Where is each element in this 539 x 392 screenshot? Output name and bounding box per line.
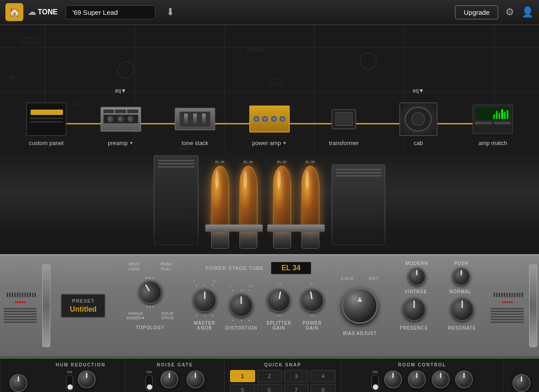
push-label: PUSH <box>454 261 468 266</box>
threshold-knob[interactable] <box>160 370 178 388</box>
snap-btn-5[interactable]: 5 <box>230 384 255 392</box>
decay-knob[interactable] <box>186 370 204 388</box>
distortion-knob-col: 1 10 DISTORTION <box>225 284 257 330</box>
chain-item-transformer[interactable]: transformer <box>322 101 367 146</box>
chain-item-preamp[interactable]: eq▼ preamp ▼ <box>98 101 143 146</box>
depth-knob[interactable] <box>78 370 96 388</box>
splitter-gain-knob-col: - + SPLITTER GAIN <box>266 282 292 330</box>
hum-reduction-controls: ON OFF DEPTH <box>66 370 96 392</box>
settings-icon[interactable]: ⚙ <box>505 6 514 18</box>
chain-item-cab[interactable]: eq▼ cab <box>396 101 441 146</box>
gate-toggle-track[interactable] <box>146 375 153 391</box>
bias-knob[interactable] <box>342 288 378 324</box>
hum-toggle-thumb <box>67 384 73 390</box>
eq-label-1[interactable]: eq▼ <box>115 88 126 94</box>
presence-knob[interactable] <box>402 298 426 321</box>
chain-item-tone-stack[interactable]: tone stack <box>172 101 217 146</box>
topology-section: SPLIT LOAD PUSH PULL <box>115 255 186 356</box>
tube-4: EL 34 <box>298 160 323 250</box>
size-knob[interactable] <box>384 370 402 388</box>
vent-r2 <box>490 311 524 312</box>
chain-item-amp-match[interactable]: amp match <box>470 101 515 146</box>
vintage-label: VINTAGE <box>405 289 427 294</box>
gate-toggle-thumb <box>147 384 152 390</box>
vent-1 <box>4 308 37 309</box>
user-icon[interactable]: 👤 <box>521 6 534 18</box>
tone-stack-label: tone stack <box>182 140 208 146</box>
modern-knob[interactable] <box>408 268 426 286</box>
top-bar: 🏠 ☁ TONE '69 Super Lead ⬇ Upgrade ⚙ 👤 <box>0 0 539 25</box>
save-icon[interactable]: ⬇ <box>166 6 174 18</box>
power-gain-knob[interactable] <box>299 287 326 314</box>
output-knob[interactable] <box>512 374 530 392</box>
tube-1: EL 34 <box>208 160 232 250</box>
power-stage-top: POWER STAGE TUBE EL 34 <box>206 262 311 274</box>
mode-knob-area: PRESENCE RESONATE <box>393 298 482 330</box>
damping-knob[interactable] <box>408 370 426 388</box>
snap-grid: 1 2 3 4 5 6 7 8 <box>230 370 336 392</box>
bias-labels: COLD HOT <box>334 276 386 281</box>
preset-section[interactable]: PRESET Untitled <box>52 255 115 356</box>
power-stage-knobs: 1 10 MASTER KNOB 1 <box>193 279 324 330</box>
home-button[interactable]: 🏠 <box>5 3 23 21</box>
preset-name-bar[interactable]: '69 Super Lead <box>66 5 155 19</box>
hum-reduction-section: HUM REDUCTION ON OFF DEPTH <box>36 359 126 392</box>
amp-match-label: amp match <box>478 140 507 146</box>
color-knob[interactable] <box>432 370 450 388</box>
snap-btn-7[interactable]: 7 <box>284 384 309 392</box>
room-on-off-toggle[interactable]: ON OFF <box>371 370 379 392</box>
hum-on-off-toggle[interactable]: ON OFF <box>66 370 73 392</box>
chain-item-custom-panel[interactable]: custom panel <box>24 101 69 146</box>
single-ended-label: SINGLE ENDED ● <box>127 311 144 321</box>
logo-label: TONE <box>38 8 57 16</box>
preamp-label[interactable]: preamp ▼ <box>108 140 133 146</box>
preset-button[interactable]: PRESET Untitled <box>61 294 106 318</box>
top-bar-right: Upgrade ⚙ 👤 <box>455 5 534 19</box>
distortion-knob[interactable] <box>230 294 253 317</box>
hum-toggle-track[interactable] <box>66 375 73 391</box>
master-knob-col: 1 10 MASTER KNOB <box>193 279 216 330</box>
depth-knob-col: DEPTH <box>78 370 96 392</box>
input-knob[interactable] <box>9 374 27 392</box>
vent-r1 <box>490 308 524 309</box>
splitter-gain-label: SPLITTER GAIN <box>266 321 292 330</box>
room-toggle-track[interactable] <box>371 375 379 391</box>
vent-r5 <box>490 319 524 320</box>
mix-knob[interactable] <box>455 370 473 388</box>
power-amp-dropdown-arrow: ▼ <box>283 141 287 145</box>
snap-btn-2[interactable]: 2 <box>257 370 282 382</box>
master-knob[interactable] <box>193 289 216 312</box>
snap-btn-4[interactable]: 4 <box>310 370 336 382</box>
room-control-section: ROOM CONTROL ON OFF SIZE DAMPING COLOR <box>341 359 503 392</box>
splitter-gain-knob[interactable] <box>265 287 292 314</box>
room-controls: ON OFF SIZE DAMPING COLOR MIX <box>371 370 473 392</box>
decay-knob-col: DECAY <box>186 370 204 392</box>
preamp-dropdown-arrow: ▼ <box>129 141 133 145</box>
tube-group-2: EL 34 EL 34 <box>270 160 323 250</box>
power-amp-label[interactable]: power amp ▼ <box>252 140 287 146</box>
snap-btn-6[interactable]: 6 <box>257 384 282 392</box>
topology-knob[interactable] <box>134 276 166 308</box>
push-knob[interactable] <box>452 268 470 286</box>
quick-snap-label: QUICK SNAP <box>264 362 301 367</box>
snap-btn-3[interactable]: 3 <box>284 370 309 382</box>
transformer-label: transformer <box>329 140 358 146</box>
cloud-icon: ☁ <box>28 7 36 17</box>
main-panel: ▐▐▐▐▐▐▐▐▐▐▐▐ PRESET Untitled SPLIT <box>0 254 539 357</box>
preamp-image <box>98 101 143 137</box>
eq-label-2[interactable]: eq▼ <box>413 88 424 94</box>
power-amp-image <box>247 101 292 137</box>
snap-btn-1[interactable]: 1 <box>230 370 255 382</box>
size-knob-col: SIZE <box>384 370 402 392</box>
bias-dots-top <box>353 283 367 285</box>
gate-on-off-toggle[interactable]: ON OFF <box>146 370 153 392</box>
resonate-label: RESONATE <box>448 326 476 330</box>
modern-col: MODERN <box>406 261 428 286</box>
solid-state-label: SOLID STATE <box>161 311 174 321</box>
snap-btn-8[interactable]: 8 <box>310 384 336 392</box>
room-toggle-thumb <box>373 384 378 390</box>
chain-item-power-amp[interactable]: power amp ▼ <box>247 101 292 146</box>
amp-match-image <box>470 101 515 137</box>
resonate-knob[interactable] <box>451 298 474 321</box>
upgrade-button[interactable]: Upgrade <box>455 5 498 19</box>
